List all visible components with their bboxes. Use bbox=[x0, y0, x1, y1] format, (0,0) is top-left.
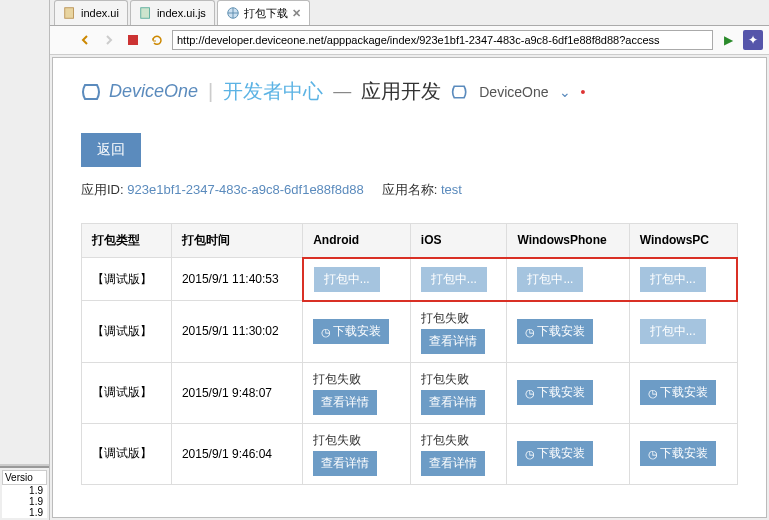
logo-small-icon bbox=[451, 83, 469, 101]
table-row: 【调试版】2015/9/1 11:40:53打包中...打包中...打包中...… bbox=[82, 258, 738, 301]
chevron-down-icon[interactable]: ⌄ bbox=[559, 84, 571, 100]
table-row: 【调试版】2015/9/1 9:46:04打包失败查看详情打包失败查看详情下载安… bbox=[82, 423, 738, 484]
table-header: Android bbox=[303, 224, 411, 258]
package-type: 【调试版】 bbox=[82, 258, 172, 301]
tab-label: index.ui.js bbox=[157, 7, 206, 19]
pending-button: 打包中... bbox=[314, 267, 380, 292]
download-button[interactable]: 下载安装 bbox=[313, 319, 389, 344]
download-button[interactable]: 下载安装 bbox=[517, 380, 593, 405]
pending-button: 打包中... bbox=[421, 267, 487, 292]
pending-button: 打包中... bbox=[640, 267, 706, 292]
version-item[interactable]: 1.9 bbox=[2, 496, 47, 507]
table-header: WindowsPC bbox=[629, 224, 737, 258]
app-name-label: 应用名称: bbox=[382, 182, 438, 197]
fail-text: 打包失败 bbox=[421, 432, 497, 449]
clock-icon bbox=[648, 386, 658, 400]
package-time: 2015/9/1 11:30:02 bbox=[171, 301, 302, 363]
platform-cell: 打包中... bbox=[629, 301, 737, 363]
detail-button[interactable]: 查看详情 bbox=[313, 451, 377, 476]
clock-icon bbox=[648, 447, 658, 461]
fail-text: 打包失败 bbox=[421, 310, 497, 327]
version-item[interactable]: 1.9 bbox=[2, 507, 47, 518]
platform-cell: 下载安装 bbox=[303, 301, 411, 363]
brand-header: DeviceOne | 开发者中心 — 应用开发 DeviceOne ⌄ • bbox=[81, 78, 738, 105]
platform-cell: 打包失败查看详情 bbox=[303, 362, 411, 423]
divider: | bbox=[208, 80, 213, 103]
tab-label: 打包下载 bbox=[244, 6, 288, 21]
detail-button[interactable]: 查看详情 bbox=[421, 390, 485, 415]
app-id-label: 应用ID: bbox=[81, 182, 124, 197]
url-input[interactable] bbox=[172, 30, 713, 50]
table-row: 【调试版】2015/9/1 9:48:07打包失败查看详情打包失败查看详情下载安… bbox=[82, 362, 738, 423]
refresh-icon[interactable] bbox=[148, 31, 166, 49]
pending-button: 打包中... bbox=[517, 267, 583, 292]
download-button[interactable]: 下载安装 bbox=[640, 380, 716, 405]
download-button[interactable]: 下载安装 bbox=[517, 319, 593, 344]
package-time: 2015/9/1 9:46:04 bbox=[171, 423, 302, 484]
platform-cell: 打包中... bbox=[629, 258, 737, 301]
platform-cell: 打包中... bbox=[410, 258, 507, 301]
left-sidebar: Versio 1.9 1.9 1.9 bbox=[0, 0, 50, 520]
version-header: Versio bbox=[2, 470, 47, 485]
clock-icon bbox=[525, 386, 535, 400]
back-button[interactable]: 返回 bbox=[81, 133, 141, 167]
package-type: 【调试版】 bbox=[82, 362, 172, 423]
platform-cell: 下载安装 bbox=[507, 301, 629, 363]
app-name-value: test bbox=[441, 182, 462, 197]
stop-icon[interactable] bbox=[124, 31, 142, 49]
table-header: iOS bbox=[410, 224, 507, 258]
table-header: 打包类型 bbox=[82, 224, 172, 258]
brand-logo: DeviceOne bbox=[81, 81, 198, 103]
pending-button: 打包中... bbox=[640, 319, 706, 344]
browser-toolbar: ▶ ✦ bbox=[50, 26, 769, 55]
download-button[interactable]: 下载安装 bbox=[640, 441, 716, 466]
platform-cell: 下载安装 bbox=[507, 362, 629, 423]
package-time: 2015/9/1 11:40:53 bbox=[171, 258, 302, 301]
detail-button[interactable]: 查看详情 bbox=[313, 390, 377, 415]
clock-icon bbox=[321, 325, 331, 339]
platform-cell: 打包中... bbox=[507, 258, 629, 301]
platform-cell: 打包失败查看详情 bbox=[303, 423, 411, 484]
platform-cell: 下载安装 bbox=[629, 423, 737, 484]
platform-cell: 打包中... bbox=[303, 258, 411, 301]
fail-text: 打包失败 bbox=[313, 432, 400, 449]
brand-center: 开发者中心 bbox=[223, 78, 323, 105]
close-icon[interactable]: ✕ bbox=[292, 7, 301, 20]
brand-text: DeviceOne bbox=[109, 81, 198, 102]
svg-rect-1 bbox=[141, 8, 150, 19]
settings-icon[interactable]: ✦ bbox=[743, 30, 763, 50]
fail-text: 打包失败 bbox=[421, 371, 497, 388]
table-row: 【调试版】2015/9/1 11:30:02下载安装打包失败查看详情下载安装打包… bbox=[82, 301, 738, 363]
download-button[interactable]: 下载安装 bbox=[517, 441, 593, 466]
logo-icon bbox=[81, 81, 103, 103]
back-nav-icon[interactable] bbox=[76, 31, 94, 49]
detail-button[interactable]: 查看详情 bbox=[421, 329, 485, 354]
version-item[interactable]: 1.9 bbox=[2, 485, 47, 496]
notification-dot-icon: • bbox=[581, 84, 586, 100]
fail-text: 打包失败 bbox=[313, 371, 400, 388]
svg-rect-3 bbox=[128, 35, 138, 45]
app-info: 应用ID: 923e1bf1-2347-483c-a9c8-6df1e88f8d… bbox=[81, 181, 738, 199]
globe-icon bbox=[226, 6, 240, 20]
package-type: 【调试版】 bbox=[82, 301, 172, 363]
tab-index-ui[interactable]: index.ui bbox=[54, 0, 128, 25]
app-id-value: 923e1bf1-2347-483c-a9c8-6df1e88f8d88 bbox=[127, 182, 363, 197]
file-icon bbox=[63, 6, 77, 20]
brand-small-text: DeviceOne bbox=[479, 84, 548, 100]
platform-cell: 打包失败查看详情 bbox=[410, 301, 507, 363]
platform-cell: 下载安装 bbox=[507, 423, 629, 484]
platform-cell: 打包失败查看详情 bbox=[410, 423, 507, 484]
package-type: 【调试版】 bbox=[82, 423, 172, 484]
package-time: 2015/9/1 9:48:07 bbox=[171, 362, 302, 423]
svg-rect-0 bbox=[65, 8, 74, 19]
clock-icon bbox=[525, 447, 535, 461]
brand-app-dev: 应用开发 bbox=[361, 78, 441, 105]
go-icon[interactable]: ▶ bbox=[719, 31, 737, 49]
package-table: 打包类型打包时间AndroidiOSWindowsPhoneWindowsPC … bbox=[81, 223, 738, 485]
table-header: 打包时间 bbox=[171, 224, 302, 258]
platform-cell: 打包失败查看详情 bbox=[410, 362, 507, 423]
clock-icon bbox=[525, 325, 535, 339]
tab-index-ui-js[interactable]: index.ui.js bbox=[130, 0, 215, 25]
tab-package-download[interactable]: 打包下载 ✕ bbox=[217, 0, 310, 25]
detail-button[interactable]: 查看详情 bbox=[421, 451, 485, 476]
